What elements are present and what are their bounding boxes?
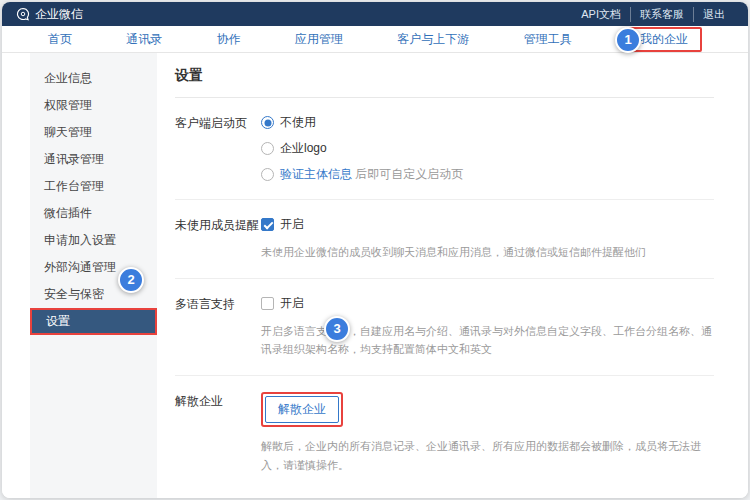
custom-hint: 验证主体信息 后即可自定义启动页 [280,166,463,183]
form-row-multilang-support: 多语言支持 开启 开启多语言支持时，自建应用名与介绍、通讯录与对外信息自定义字段… [175,279,714,376]
wechat-work-logo-icon [16,7,30,21]
topbar-link-api-docs[interactable]: API文档 [572,7,630,22]
topbar-link-logout[interactable]: 退出 [693,7,734,22]
reminder-control: 开启 未使用企业微信的成员收到聊天消息和应用消息，通过微信或短信邮件提醒他们 [261,216,714,262]
radio-not-use-icon[interactable] [261,116,274,129]
admin-page: 企业微信 API文档 联系客服 退出 首页 通讯录 协作 应用管理 客户与上下游… [2,2,748,498]
radio-custom-icon[interactable] [261,168,274,181]
topbar-links: API文档 联系客服 退出 [572,7,734,22]
annotation-badge-1: 1 [615,27,641,53]
multilang-checkbox-icon[interactable] [261,297,274,310]
topbar: 企业微信 API文档 联系客服 退出 [2,2,748,26]
reminder-label: 未使用成员提醒 [175,216,261,234]
reminder-description: 未使用企业微信的成员收到聊天消息和应用消息，通过微信或短信邮件提醒他们 [261,243,714,262]
dissolve-description: 解散后，企业内的所有消息记录、企业通讯录、所有应用的数据都会被删除，成员将无法进… [261,437,714,474]
annotation-badge-2: 2 [118,267,144,293]
dissolve-control: 解散企业 解散后，企业内的所有消息记录、企业通讯录、所有应用的数据都会被删除，成… [261,392,714,474]
radio-enterprise-logo-label: 企业logo [280,140,327,157]
save-row: 保存更改 [175,490,714,498]
radio-not-use-label: 不使用 [280,114,316,131]
dissolve-label: 解散企业 [175,392,261,410]
sidebar-item-settings[interactable]: 设置 [30,308,157,335]
sidebar-item-permission-management[interactable]: 权限管理 [30,92,157,119]
radio-option-not-use[interactable]: 不使用 [261,114,714,131]
nav-item-home[interactable]: 首页 [48,31,72,48]
content-area: 企业信息 权限管理 聊天管理 通讯录管理 工作台管理 微信插件 申请加入设置 外… [2,53,748,498]
nav-item-admin-tools[interactable]: 管理工具 [524,31,572,48]
radio-enterprise-logo-icon[interactable] [261,142,274,155]
nav-item-customers[interactable]: 客户与上下游 [397,31,469,48]
multilang-label: 多语言支持 [175,295,261,313]
radio-option-enterprise-logo[interactable]: 企业logo [261,140,714,157]
dissolve-annotation-outline: 解散企业 [261,392,343,427]
form-row-dissolve-enterprise: 解散企业 解散企业 解散后，企业内的所有消息记录、企业通讯录、所有应用的数据都会… [175,376,714,490]
multilang-enable-label: 开启 [280,295,304,312]
verify-entity-link[interactable]: 验证主体信息 [280,167,352,181]
page-title: 设置 [175,57,714,98]
verify-entity-suffix: 后即可自定义启动页 [355,167,463,181]
nav-item-app-management[interactable]: 应用管理 [295,31,343,48]
sidebar-item-join-settings[interactable]: 申请加入设置 [30,227,157,254]
client-launch-options: 不使用 企业logo 验证主体信息 后即可自定义启动页 [261,114,714,183]
client-launch-label: 客户端启动页 [175,114,261,132]
reminder-checkbox-icon[interactable] [261,218,274,231]
nav-item-contacts[interactable]: 通讯录 [126,31,162,48]
sidebar-item-contacts-management[interactable]: 通讯录管理 [30,146,157,173]
reminder-enable-label: 开启 [280,216,304,233]
annotation-badge-3: 3 [324,316,350,342]
nav-item-collaboration[interactable]: 协作 [217,31,241,48]
sidebar-item-wechat-plugin[interactable]: 微信插件 [30,200,157,227]
sidebar-item-chat-management[interactable]: 聊天管理 [30,119,157,146]
sidebar-item-workbench-management[interactable]: 工作台管理 [30,173,157,200]
form-row-client-launch-page: 客户端启动页 不使用 企业logo 验证主体信息 后即可自定义启 [175,98,714,200]
multilang-enable-option[interactable]: 开启 [261,295,714,312]
radio-option-custom[interactable]: 验证主体信息 后即可自定义启动页 [261,166,714,183]
dissolve-enterprise-button[interactable]: 解散企业 [265,396,339,423]
sidebar-item-enterprise-info[interactable]: 企业信息 [30,65,157,92]
brand: 企业微信 [16,6,83,23]
settings-panel: 设置 客户端启动页 不使用 企业logo 验证 [157,53,748,498]
brand-name: 企业微信 [35,6,83,23]
reminder-enable-option[interactable]: 开启 [261,216,714,233]
form-row-unused-member-reminder: 未使用成员提醒 开启 未使用企业微信的成员收到聊天消息和应用消息，通过微信或短信… [175,200,714,279]
topbar-link-contact-support[interactable]: 联系客服 [630,7,693,22]
